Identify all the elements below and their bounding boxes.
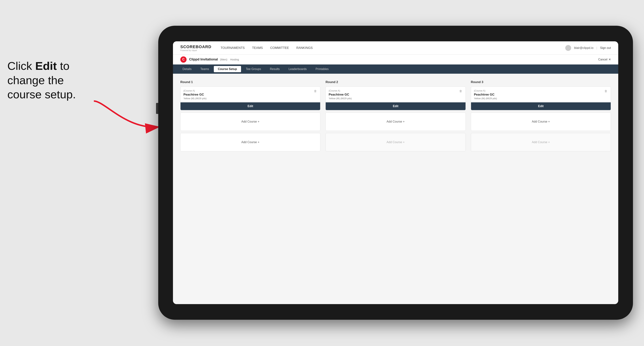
round-3-course-name: Peachtree GC — [474, 93, 608, 96]
user-avatar — [565, 45, 571, 51]
nav-tournaments[interactable]: TOURNAMENTS — [220, 46, 245, 50]
round-2-course-inner: (Course A) Peachtree GC Yellow (M) (6629… — [326, 87, 465, 100]
round-3-course-card: (Course A) Peachtree GC Yellow (M) (6629… — [471, 87, 611, 110]
round-2-add-course-2-label: Add Course + — [386, 141, 404, 144]
round-1-add-course-1-label: Add Course + — [242, 120, 260, 123]
tab-bar: Details Teams Course Setup Tee Groups Re… — [173, 64, 618, 74]
round-3-add-course-2-label: Add Course + — [532, 141, 550, 144]
tab-tee-groups[interactable]: Tee Groups — [242, 66, 265, 72]
round-1-label: Round 1 — [180, 80, 320, 84]
round-2-course-name: Peachtree GC — [328, 93, 462, 96]
round-1-course-card: (Course A) Peachtree GC Yellow (M) (6629… — [180, 87, 320, 110]
round-3-delete-icon[interactable]: 🗑 — [604, 89, 608, 93]
round-3-course-details: Yellow (M) (6629 yds) — [474, 97, 608, 100]
round-2-label: Round 2 — [326, 80, 466, 84]
round-1-delete-icon[interactable]: 🗑 — [313, 89, 318, 93]
instruction-text: Click Edit tochange thecourse setup. — [7, 59, 76, 102]
round-1-add-course-1[interactable]: Add Course + — [180, 112, 320, 131]
instruction-bold: Edit — [35, 59, 57, 72]
nav-rankings[interactable]: RANKINGS — [296, 46, 312, 50]
round-1-course-inner: (Course A) Peachtree GC Yellow (M) (6629… — [180, 87, 320, 100]
tab-results[interactable]: Results — [266, 66, 284, 72]
tablet-screen: SCOREBOARD Powered by clippd TOURNAMENTS… — [173, 41, 618, 304]
round-1-course-tag: (Course A) — [184, 89, 317, 92]
round-3-course-tag: (Course A) — [474, 89, 608, 92]
round-3-add-course-1-label: Add Course + — [532, 120, 550, 123]
tab-course-setup[interactable]: Course Setup — [214, 66, 241, 72]
round-3-edit-button[interactable]: Edit — [471, 102, 611, 110]
round-3-column: Round 3 (Course A) Peachtree GC Yellow (… — [471, 80, 611, 154]
round-2-course-card: (Course A) Peachtree GC Yellow (M) (6629… — [326, 87, 466, 110]
logo-scoreboard: SCOREBOARD — [180, 44, 212, 49]
cancel-button[interactable]: Cancel ✕ — [598, 58, 611, 61]
round-3-course-inner: (Course A) Peachtree GC Yellow (M) (6629… — [471, 87, 611, 100]
arrow-graphic — [90, 97, 164, 138]
tournament-logo: C — [180, 56, 186, 63]
pipe: | — [596, 46, 597, 50]
tab-details[interactable]: Details — [178, 66, 196, 72]
tournament-bar: C Clippd Invitational (Men) Hosting Canc… — [173, 55, 618, 64]
round-1-edit-button[interactable]: Edit — [180, 102, 320, 110]
round-2-course-tag: (Course A) — [328, 89, 462, 92]
round-1-add-course-2-label: Add Course + — [242, 141, 260, 144]
logo-area: SCOREBOARD Powered by clippd — [180, 44, 212, 51]
round-2-delete-icon[interactable]: 🗑 — [458, 89, 463, 93]
nav-links: TOURNAMENTS TEAMS COMMITTEE RANKINGS — [220, 46, 565, 50]
round-2-add-course-1-label: Add Course + — [386, 120, 404, 123]
side-button — [156, 103, 158, 114]
top-nav: SCOREBOARD Powered by clippd TOURNAMENTS… — [173, 41, 618, 55]
user-email: blair@clippd.io — [574, 46, 594, 50]
tournament-gender: (Men) — [220, 58, 227, 61]
tablet-frame: SCOREBOARD Powered by clippd TOURNAMENTS… — [158, 26, 633, 320]
round-2-edit-button[interactable]: Edit — [326, 102, 465, 110]
sign-out-link[interactable]: Sign out — [600, 46, 611, 50]
tab-leaderboards[interactable]: Leaderboards — [284, 66, 311, 72]
nav-right: blair@clippd.io | Sign out — [565, 45, 611, 51]
round-3-add-course-1[interactable]: Add Course + — [471, 112, 611, 131]
round-2-course-details: Yellow (M) (6629 yds) — [328, 97, 462, 100]
round-1-course-name: Peachtree GC — [184, 93, 317, 96]
nav-teams[interactable]: TEAMS — [252, 46, 263, 50]
round-2-add-course-1[interactable]: Add Course + — [326, 112, 466, 131]
tab-teams[interactable]: Teams — [196, 66, 213, 72]
round-2-add-course-2: Add Course + — [326, 133, 466, 152]
nav-committee[interactable]: COMMITTEE — [270, 46, 289, 50]
round-3-add-course-2: Add Course + — [471, 133, 611, 152]
logo-sub: Powered by clippd — [180, 49, 212, 51]
main-content: Round 1 (Course A) Peachtree GC Yellow (… — [173, 74, 618, 304]
round-3-label: Round 3 — [471, 80, 611, 84]
tab-printables[interactable]: Printables — [312, 66, 333, 72]
round-1-add-course-2[interactable]: Add Course + — [180, 133, 320, 152]
hosting-badge: Hosting — [230, 58, 239, 61]
round-1-course-details: Yellow (M) (6629 yds) — [184, 97, 317, 100]
tournament-name: Clippd Invitational — [189, 57, 218, 61]
rounds-grid: Round 1 (Course A) Peachtree GC Yellow (… — [180, 80, 611, 154]
round-2-column: Round 2 (Course A) Peachtree GC Yellow (… — [326, 80, 466, 154]
round-1-column: Round 1 (Course A) Peachtree GC Yellow (… — [180, 80, 320, 154]
